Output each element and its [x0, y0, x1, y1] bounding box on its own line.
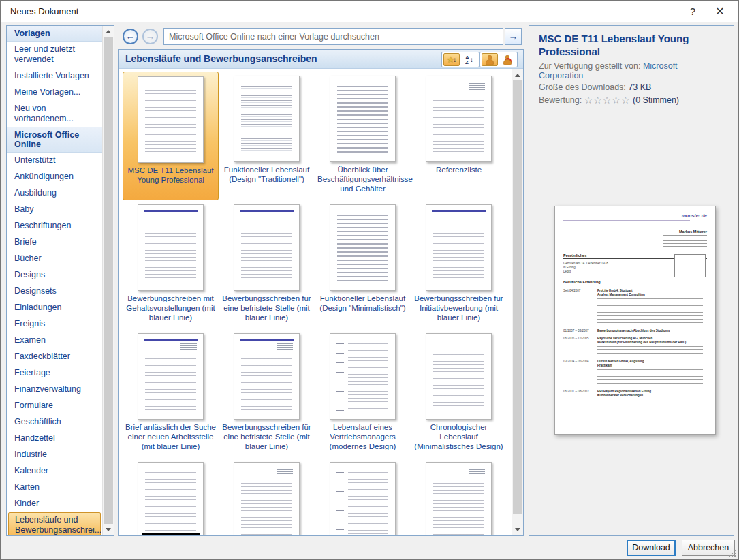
person-icon [486, 55, 494, 65]
template-item[interactable] [219, 458, 315, 535]
template-caption: Funktioneller Lebenslauf (Design "Tradit… [221, 165, 312, 184]
sort-by-rating-button[interactable]: ★ ↓ [443, 53, 460, 66]
template-thumbnail[interactable] [234, 204, 300, 291]
close-icon[interactable]: ✕ [711, 3, 729, 20]
template-caption: MSC DE T11 Lebenslauf Young Professional [125, 166, 216, 185]
template-caption: Bewerbungschreiben mit Gehaltsvorstellun… [125, 294, 216, 322]
forward-button[interactable]: → [142, 29, 158, 44]
sidebar-item[interactable]: Geschäftlich [7, 414, 102, 431]
template-item[interactable]: Bewerbungsschreiben für Initiativbewerbu… [411, 200, 507, 329]
sidebar-item[interactable]: Karten [7, 480, 102, 496]
sidebar-item[interactable]: Kalender [7, 463, 102, 480]
show-customer-templates-button[interactable] [482, 53, 498, 66]
template-thumbnail[interactable] [234, 462, 300, 535]
template-thumbnail[interactable] [330, 76, 396, 162]
preview-section-experience: Berufliche Erfahrung [563, 280, 707, 285]
template-thumbnail[interactable] [138, 462, 204, 535]
sidebar-item[interactable]: Meine Vorlagen... [7, 84, 102, 101]
scrollbar-thumb[interactable] [104, 37, 113, 524]
template-thumbnail[interactable] [138, 333, 204, 420]
thumbnail-content-lines [433, 483, 484, 535]
sidebar-item[interactable]: Handzettel [7, 431, 102, 447]
back-button[interactable]: ← [123, 29, 138, 44]
thumbnail-content-lines [145, 358, 196, 411]
template-item[interactable]: Brief anlässlich der Suche einer neuen A… [123, 329, 219, 458]
sidebar-item[interactable]: Leer und zuletzt verwendet [7, 42, 102, 68]
help-icon[interactable]: ? [684, 3, 702, 20]
preview-logo: monster.de [563, 213, 707, 218]
community-filter-group: ✕ [479, 52, 518, 67]
resize-grip[interactable] [728, 549, 736, 557]
scroll-up-icon[interactable] [515, 74, 520, 77]
scroll-down-icon[interactable] [106, 528, 111, 531]
scrollbar-thumb[interactable] [513, 80, 522, 514]
search-go-button[interactable]: → [505, 28, 522, 45]
preview-name: Markus Mitterer [563, 230, 707, 234]
sidebar-item[interactable]: Ankündigungen [7, 169, 102, 185]
scroll-down-icon[interactable] [515, 528, 520, 531]
template-item[interactable]: Lebenslauf eines Vertriebsmanagers (mode… [315, 329, 411, 458]
hide-customer-templates-button[interactable]: ✕ [499, 53, 516, 66]
template-item[interactable] [123, 458, 219, 535]
sidebar-item-selected[interactable]: Lebensläufe und Bewerbungsanschrei... [8, 512, 101, 535]
sidebar-item[interactable]: Installierte Vorlagen [7, 68, 102, 84]
sidebar-item[interactable]: Baby [7, 202, 102, 218]
remove-x-icon: ✕ [505, 58, 512, 65]
template-thumbnail[interactable] [426, 333, 492, 420]
template-thumbnail[interactable] [426, 462, 492, 535]
sidebar-item[interactable]: Formulare [7, 398, 102, 414]
template-thumbnail[interactable] [234, 333, 300, 420]
sidebar-item[interactable]: Briefe [7, 234, 102, 251]
template-item[interactable]: Bewerbungsschreiben für eine befristete … [219, 200, 315, 329]
template-thumbnail[interactable] [138, 76, 204, 163]
template-item-selected[interactable]: MSC DE T11 Lebenslauf Young Professional [123, 72, 219, 200]
sidebar-item[interactable]: Bücher [7, 251, 102, 267]
template-thumbnail[interactable] [234, 76, 300, 162]
template-thumbnail[interactable] [330, 462, 396, 535]
preview-experience-row: 03/2004 – 05/2004Durkin Merker GmbH, Aug… [563, 360, 707, 386]
sidebar-item[interactable]: Designsets [7, 283, 102, 300]
preview-photo-placeholder [674, 254, 706, 277]
template-item[interactable]: Überblick über Beschäftigungsverhältniss… [315, 72, 411, 200]
sidebar-item[interactable]: Ereignis [7, 316, 102, 332]
template-item[interactable]: Chronologischer Lebenslauf (Minimalistis… [411, 329, 507, 458]
thumbnail-content-lines [241, 86, 292, 153]
template-grid: MSC DE T11 Lebenslauf Young Professional… [121, 69, 512, 535]
sort-alphabetical-button[interactable]: AZ ↓ [461, 53, 477, 66]
template-item[interactable] [315, 458, 411, 535]
search-input[interactable] [163, 28, 503, 45]
sidebar-item[interactable]: Beschriftungen [7, 218, 102, 234]
template-caption: Bewerbungsschreiben für eine befristete … [221, 294, 312, 322]
template-thumbnail[interactable] [426, 204, 492, 291]
thumbnail-content-lines [241, 230, 292, 282]
template-item[interactable]: Bewerbungsschreiben für eine befristete … [219, 329, 315, 458]
gallery-scrollbar[interactable] [512, 69, 523, 535]
sidebar-item[interactable]: Ausbildung [7, 185, 102, 202]
template-item[interactable]: Bewerbungschreiben mit Gehaltsvorstellun… [123, 200, 219, 329]
sidebar-item[interactable]: Unterstützt [7, 153, 102, 169]
sidebar-item[interactable]: Feiertage [7, 365, 102, 382]
template-caption: Bewerbungsschreiben für Initiativbewerbu… [413, 294, 504, 322]
template-item[interactable]: Referenzliste [411, 72, 507, 200]
download-button[interactable]: Download [627, 540, 676, 556]
sidebar-scrollbar[interactable] [102, 26, 114, 535]
sidebar-item[interactable]: Einladungen [7, 300, 102, 316]
sidebar-item[interactable]: Designs [7, 267, 102, 283]
scroll-up-icon[interactable] [106, 30, 111, 33]
sidebar-item[interactable]: Faxdeckblätter [7, 349, 102, 365]
cancel-button[interactable]: Abbrechen [682, 540, 735, 556]
template-item[interactable]: Funktioneller Lebenslauf (Design "Minima… [315, 200, 411, 329]
template-thumbnail[interactable] [426, 76, 492, 162]
template-thumbnail[interactable] [330, 333, 396, 420]
template-item[interactable] [411, 458, 507, 535]
sidebar-item[interactable]: Examen [7, 332, 102, 349]
sidebar-item[interactable]: Industrie [7, 447, 102, 463]
sidebar-item[interactable]: Finanzverwaltung [7, 382, 102, 398]
template-caption: Funktioneller Lebenslauf (Design "Minima… [317, 294, 408, 313]
sidebar-item[interactable]: Neu von vorhandenem... [7, 101, 102, 127]
template-thumbnail[interactable] [330, 204, 396, 291]
sidebar-item[interactable]: Kinder [7, 496, 102, 512]
template-item[interactable]: Funktioneller Lebenslauf (Design "Tradit… [219, 72, 315, 200]
template-caption: Chronologischer Lebenslauf (Minimalistis… [413, 422, 504, 451]
template-thumbnail[interactable] [138, 204, 204, 291]
